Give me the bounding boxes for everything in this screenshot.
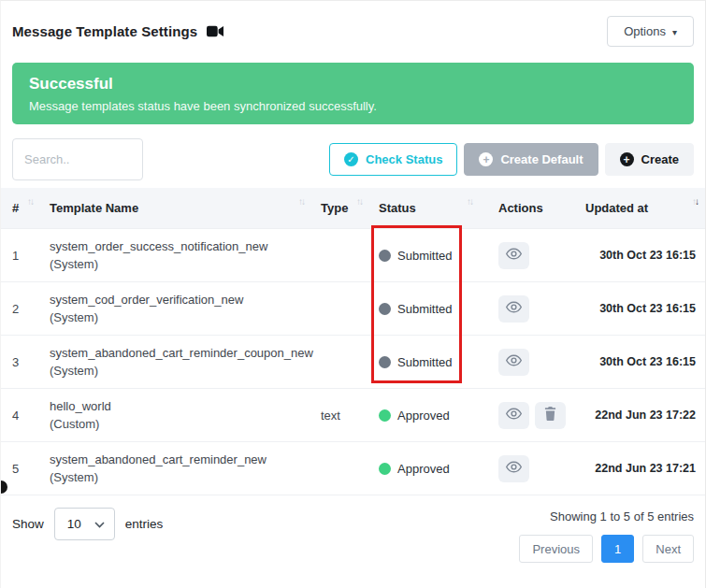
status-badge: Submitted [367,302,478,316]
column-header-actions: Actions [478,188,574,228]
options-button[interactable]: Options ▾ [607,16,694,47]
status-badge: Approved [367,462,478,476]
check-status-button[interactable]: ✓ Check Status [329,143,457,176]
row-index: 1 [1,249,38,263]
alert-message: Message templates status have been synch… [29,99,677,113]
actions-cell [478,455,574,482]
table-row: 3 system_abandoned_cart_reminder_coupon_… [1,335,705,388]
status-badge: Submitted [367,249,478,263]
chevron-down-icon [94,517,105,531]
template-name: system_abandoned_cart_reminder_new [50,451,310,470]
actions-cell [478,349,574,376]
view-button[interactable] [498,242,529,269]
options-label: Options [624,24,666,38]
view-button[interactable] [498,455,529,482]
eye-icon [506,248,522,263]
check-status-label: Check Status [366,152,442,166]
status-label: Submitted [397,302,453,316]
updated-at: 30th Oct 23 16:15 [574,355,705,368]
previous-page-button[interactable]: Previous [519,535,593,563]
trash-icon [544,407,556,423]
view-button[interactable] [498,295,529,323]
actions-cell [478,242,574,269]
entries-summary: Showing 1 to 5 of 5 entries [550,508,694,523]
status-label: Approved [397,409,450,423]
view-button[interactable] [498,402,529,429]
updated-at: 30th Oct 23 16:15 [574,302,705,315]
create-button[interactable]: + Create [605,143,694,176]
updated-at: 30th Oct 23 16:15 [574,249,705,262]
status-label: Submitted [397,355,453,369]
next-page-button[interactable]: Next [642,535,694,563]
template-name: system_cod_order_verification_new [50,291,310,310]
view-button[interactable] [498,349,529,376]
sort-icon: ↑↓ [467,197,472,207]
row-index: 3 [1,355,38,369]
entries-label: entries [125,517,164,531]
table-header-row: # ↑↓ Template Name ↑↓ Type ↑↓ Status ↑↓ … [1,188,705,228]
sort-icon: ↑↓ [298,197,304,207]
table-row: 5 system_abandoned_cart_reminder_new (Sy… [1,441,705,495]
video-camera-icon [207,25,223,37]
search-input[interactable] [12,138,143,180]
page-size-select[interactable]: 10 [54,508,115,540]
column-header-index[interactable]: # ↑↓ [1,188,38,228]
status-badge: Approved [367,409,478,423]
current-page-button[interactable]: 1 [601,535,634,563]
actions-cell [478,295,574,323]
template-name-cell: system_order_success_notification_new (S… [38,237,310,274]
message-template-settings-page: Message Template Settings Options ▾ Succ… [0,0,706,588]
delete-button[interactable] [535,402,566,429]
status-badge: Submitted [367,355,478,369]
template-origin: (Custom) [50,416,310,433]
status-dot [379,463,391,475]
page-title: Message Template Settings [12,23,197,39]
updated-at: 22nd Jun 23 17:21 [574,462,705,475]
eye-icon [506,301,522,316]
template-name: system_order_success_notification_new [50,237,310,257]
create-label: Create [641,152,679,166]
eye-icon [506,461,522,476]
plus-circle-icon: + [479,152,493,166]
table-footer: Show 10 entries Showing 1 to 5 of 5 entr… [1,495,705,563]
template-type: text [310,409,367,423]
table-row: 4 hello_world (Custom) text Approved [1,388,705,441]
eye-icon [506,408,522,423]
updated-at: 22nd Jun 23 17:22 [574,409,705,422]
templates-table: # ↑↓ Template Name ↑↓ Type ↑↓ Status ↑↓ … [1,188,705,495]
template-origin: (System) [50,256,310,273]
column-header-type[interactable]: Type ↑↓ [310,188,367,228]
column-header-updated-at[interactable]: Updated at ↑↓ [574,188,705,228]
template-name-cell: system_cod_order_verification_new (Syste… [38,291,310,327]
page-header: Message Template Settings Options ▾ [1,1,705,50]
status-label: Approved [397,462,450,476]
create-default-button[interactable]: + Create Default [464,143,598,176]
template-name-cell: system_abandoned_cart_reminder_coupon_ne… [38,344,310,380]
row-index: 5 [1,462,38,476]
table-row: 2 system_cod_order_verification_new (Sys… [1,281,705,335]
status-dot [379,250,391,262]
column-header-status[interactable]: Status ↑↓ [367,188,478,228]
eye-icon [506,354,522,369]
success-alert: Successful Message templates status have… [12,63,694,124]
row-index: 4 [1,409,38,423]
table-row: 1 system_order_success_notification_new … [1,228,705,281]
template-origin: (System) [50,363,310,380]
status-label: Submitted [397,249,453,263]
alert-title: Successful [29,75,677,93]
table-toolbar: ✓ Check Status + Create Default + Create [12,138,694,180]
template-name-cell: system_abandoned_cart_reminder_new (Syst… [38,451,310,487]
status-dot [379,303,391,315]
template-origin: (System) [50,469,310,486]
template-name: hello_world [50,397,310,417]
sort-icon: ↑↓ [356,197,362,207]
show-label: Show [12,517,44,531]
actions-cell [478,402,574,429]
column-header-template-name[interactable]: Template Name ↑↓ [38,188,310,228]
sort-icon-active: ↑↓ [692,197,698,207]
status-dot [379,356,391,368]
template-name: system_abandoned_cart_reminder_coupon_ne… [50,344,310,364]
page-size-control: Show 10 entries [12,508,163,540]
plus-circle-icon: + [620,152,634,166]
page-size-value: 10 [67,517,81,531]
